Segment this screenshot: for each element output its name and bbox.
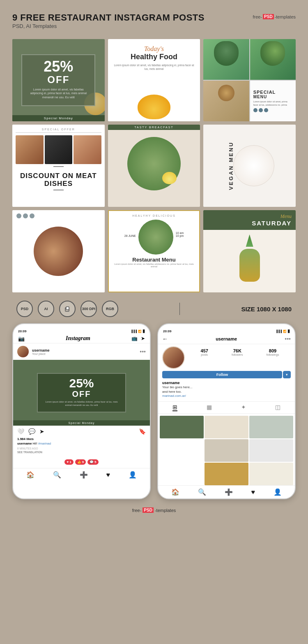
badge-rgb: RGB xyxy=(102,301,118,317)
grid-item-5 xyxy=(205,439,248,462)
page-title: 9 FREE RESTAURANT INSTAGRAM POSTS xyxy=(12,12,205,23)
nav2-search-icon[interactable]: 🔍 xyxy=(198,488,206,496)
post2-today: Today's xyxy=(144,45,164,53)
post-more-icon[interactable]: ••• xyxy=(140,348,146,355)
tab-grid[interactable]: ⊞ xyxy=(172,404,177,411)
share-icon[interactable]: ➤ xyxy=(39,428,44,435)
nav-add-icon[interactable]: ➕ xyxy=(80,471,88,479)
bio-link[interactable]: marinad.com.ar/ xyxy=(162,394,291,398)
notif-count-1: 1 xyxy=(69,460,71,464)
post-caption: username Hi!! #marinad xyxy=(13,441,150,446)
posts-label: posts xyxy=(201,353,208,356)
nav-heart-icon[interactable]: ♥ xyxy=(106,471,110,479)
badge-copy xyxy=(59,301,76,317)
footer-text-post: -templates xyxy=(155,508,176,513)
nav2-heart-icon[interactable]: ♥ xyxy=(251,489,255,496)
post-actions: 🤍 💬 ➤ 🔖 xyxy=(13,426,150,437)
phone2-status-icons: ▐▐▐ 📶 ▊ xyxy=(276,330,290,333)
nav2-profile-icon[interactable]: 👤 xyxy=(274,488,282,496)
post-translate[interactable]: SEE TRANSLATION xyxy=(13,451,150,456)
badge-ai: AI xyxy=(38,301,54,317)
post-user-info: username Your place xyxy=(32,348,50,355)
heart-notif-icon: ♥ xyxy=(67,460,69,464)
post-card-8: HEALYHY DELICIOUS 28 JUNE 10 am 10 pm Re… xyxy=(108,210,200,292)
phone2-status-bar: 20:09 ▐▐▐ 📶 ▊ xyxy=(158,327,295,334)
bio-username: username xyxy=(162,381,291,385)
profile-more-icon[interactable]: ••• xyxy=(285,336,291,342)
post4-discount: DISCOUNT ON MEAT DISHES xyxy=(16,172,101,188)
header-logo: free-PSD-templates xyxy=(253,14,296,19)
comment-icon[interactable]: 💬 xyxy=(28,428,35,435)
following-count: 809 xyxy=(267,348,279,353)
grid-item-6 xyxy=(249,439,293,462)
post7-ig-icon xyxy=(30,213,34,218)
post1-off: OFF xyxy=(28,74,89,86)
follow-button[interactable]: Follow xyxy=(162,371,282,378)
caption-hashtag: #marinad xyxy=(38,442,51,445)
post9-menu-label: Menu xyxy=(207,213,292,220)
badge-size: SIZE 1080 X 1080 xyxy=(241,306,292,313)
tab-list[interactable]: ▦ xyxy=(207,404,212,411)
notif-icon-3: 💬 xyxy=(90,460,94,464)
caption-text: Hi!! xyxy=(33,442,38,445)
post5-egg xyxy=(162,172,177,184)
nav2-add-icon[interactable]: ➕ xyxy=(225,488,233,496)
phone1-mockup: 20:09 ▐▐▐ 📶 ▊ 📷 Instagram 📺 ➤ username Y… xyxy=(12,323,151,499)
following-label: followings xyxy=(267,353,279,356)
post7-food xyxy=(34,227,83,276)
followers-label: followers xyxy=(232,353,243,356)
wifi-icon-2: 📶 xyxy=(283,330,287,333)
logo-psd: PSD xyxy=(263,14,274,19)
posts-count: 457 xyxy=(201,348,208,353)
phone1-nav: 🏠 🔍 ➕ ♥ 👤 xyxy=(13,468,150,481)
post3-tw-icon xyxy=(259,108,263,112)
nav-profile-icon[interactable]: 👤 xyxy=(129,471,137,479)
post-time: 8 MINUTES AGO xyxy=(13,446,150,451)
camera-icon: 📷 xyxy=(18,336,25,342)
like-icon[interactable]: 🤍 xyxy=(17,428,24,435)
post1-content: 25% OFF Lorem ipsum dolor sit amet, vis … xyxy=(21,54,95,106)
page-subtitle: PSD, AI Templates xyxy=(12,23,205,29)
post4-divider2 xyxy=(53,190,64,190)
bookmark-icon[interactable]: 🔖 xyxy=(139,428,146,435)
profile-grid xyxy=(158,416,295,485)
page-header: 9 FREE RESTAURANT INSTAGRAM POSTS PSD, A… xyxy=(12,12,296,37)
grid-item-9 xyxy=(249,463,293,485)
tab-saved[interactable]: ◫ xyxy=(275,404,280,411)
follow-dropdown-button[interactable]: ▾ xyxy=(283,371,291,378)
post2-food-decoration xyxy=(138,95,170,119)
nav-home-icon[interactable]: 🏠 xyxy=(26,471,34,479)
follow-btn-row: Follow ▾ xyxy=(162,371,291,378)
phone1-status-bar: 20:09 ▐▐▐ 📶 ▊ xyxy=(13,327,150,334)
send-icon: ➤ xyxy=(141,336,145,341)
phones-section: 20:09 ▐▐▐ 📶 ▊ 📷 Instagram 📺 ➤ username Y… xyxy=(12,323,296,499)
stat-followers: 76K followers xyxy=(232,348,243,356)
post9-header: Menu SATURDAY xyxy=(203,210,296,230)
post-image-overlay: 25% OFF Lorem ipsum dolor sit amet, vis … xyxy=(37,373,126,412)
badges-section: PSD AI 300 DPI RGB SIZE 1080 X 1080 xyxy=(12,301,296,317)
back-arrow-icon[interactable]: ← xyxy=(162,336,168,342)
phone2-mockup: 20:09 ▐▐▐ 📶 ▊ ← username ••• 457 posts 7… xyxy=(157,323,296,499)
post2-title: Healthy Food xyxy=(131,53,177,61)
post4-divider xyxy=(53,166,64,167)
bio-line1: Your bio goes here... xyxy=(162,385,291,389)
nav-search-icon[interactable]: 🔍 xyxy=(53,471,61,479)
post3-social-icons xyxy=(253,108,292,112)
nav2-home-icon[interactable]: 🏠 xyxy=(171,488,179,496)
post3-onion xyxy=(203,81,249,121)
post3-avocado xyxy=(203,39,249,80)
phone2-nav: 🏠 🔍 ➕ ♥ 👤 xyxy=(158,485,295,498)
post-card-9: Menu SATURDAY xyxy=(203,210,296,292)
grid-item-8 xyxy=(205,463,248,485)
post-card-4: SPECIAL OFFER DISCOUNT ON MEAT DISHES xyxy=(12,125,105,207)
post7-tw-icon xyxy=(23,213,28,218)
post-card-7 xyxy=(12,210,105,292)
post7-social xyxy=(16,213,34,218)
profile-follow-section: Follow ▾ xyxy=(158,371,295,379)
stat-posts: 457 posts xyxy=(201,348,208,356)
tab-tagged[interactable]: ✦ xyxy=(241,404,246,411)
post8-text: Lorem ipsum dolor sit amet, vis fabellas… xyxy=(112,263,196,268)
grid-item-4 xyxy=(160,439,204,462)
post8-tag: HEALYHY DELICIOUS xyxy=(132,214,176,217)
like-notif-icon: 👍 xyxy=(77,460,81,464)
